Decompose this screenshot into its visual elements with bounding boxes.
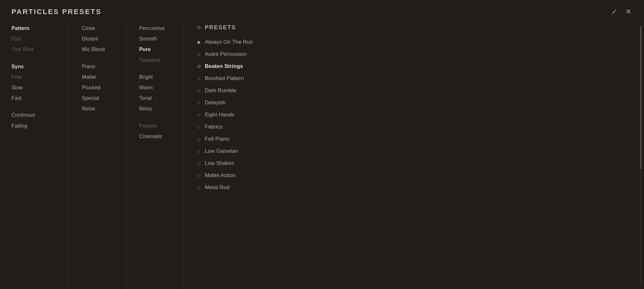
preset-mallet-action[interactable]: ☆ Mallet Action (197, 169, 644, 182)
filter-pattern[interactable]: Pattern (11, 23, 59, 33)
star-empty-icon: ☆ (197, 148, 201, 154)
filter-noise[interactable]: Noise (82, 103, 117, 114)
filter-free[interactable]: Free (11, 72, 59, 82)
presets-header: ☆ PRESETS (197, 24, 644, 31)
preset-label: Felt Piano (205, 136, 229, 142)
star-empty-icon: ☆ (197, 63, 201, 70)
preset-label: Low Gamelan (205, 148, 238, 154)
filter-plucked[interactable]: Plucked (82, 82, 117, 93)
spacer-2 (11, 103, 59, 110)
type-group-1: Pattern Pad One Shot (11, 23, 59, 55)
type-group-2: Sync Free Slow Fast (11, 61, 59, 104)
filter-mic-blend[interactable]: Mic Blend (82, 44, 117, 55)
preset-label: Delayish (205, 100, 225, 106)
preset-always-on-the-run[interactable]: ★ Always On The Run (197, 36, 644, 48)
scrollbar-track[interactable] (640, 26, 641, 286)
scrollbar-thumb[interactable] (640, 26, 641, 169)
filter-percussive[interactable]: Percussive (139, 23, 174, 33)
filter-piano[interactable]: Piano (82, 61, 117, 72)
type-group-3: Continous Fading (11, 110, 59, 131)
page-title: PARTICLES PRESETS (11, 8, 102, 16)
confirm-button[interactable]: ✓ (610, 7, 619, 17)
filter-fading[interactable]: Fading (11, 121, 59, 131)
star-empty-icon: ☆ (197, 100, 201, 106)
filter-bright[interactable]: Bright (139, 72, 174, 82)
star-empty-icon: ☆ (197, 173, 201, 179)
top-bar: PARTICLES PRESETS ✓ ✕ (0, 0, 644, 20)
preset-label: Dark Rumble (205, 87, 236, 94)
star-empty-icon: ☆ (197, 124, 201, 130)
column-character: Percussive Smooth Pure Tweaked Bright Wa… (126, 23, 183, 289)
spacer-1 (11, 55, 59, 61)
presets-star-icon: ☆ (197, 25, 202, 31)
filter-special[interactable]: Special (82, 93, 117, 103)
filter-noisy[interactable]: Noisy (139, 103, 174, 114)
filter-tweaked[interactable]: Tweaked (139, 55, 174, 65)
filter-distant[interactable]: Distant (82, 33, 117, 44)
preset-label: Always On The Run (205, 39, 253, 45)
filter-fast[interactable]: Fast (11, 93, 59, 103)
preset-low-gamelan[interactable]: ☆ Low Gamelan (197, 145, 644, 157)
filter-warm[interactable]: Warm (139, 82, 174, 93)
filter-cinematic[interactable]: Cinematic (139, 131, 174, 142)
preset-label: Avant Percussion (205, 51, 247, 57)
preset-eight-hands[interactable]: ☆ Eight Hands (197, 109, 644, 121)
preset-felt-piano[interactable]: ☆ Felt Piano (197, 133, 644, 145)
star-empty-icon: ☆ (197, 112, 201, 118)
preset-low-shakes[interactable]: ☆ Low Shakes (197, 157, 644, 169)
preset-label: Fabrics (205, 124, 223, 130)
preset-dark-rumble[interactable]: ☆ Dark Rumble (197, 85, 644, 97)
preset-label: Low Shakes (205, 160, 234, 167)
preset-label: Mallet Action (205, 172, 235, 179)
preset-label: Beaten Strings (205, 63, 243, 70)
filter-pure[interactable]: Pure (139, 44, 174, 55)
filter-slow[interactable]: Slow (11, 82, 59, 93)
column-mic: Close Distant Mic Blend Piano Mallet Plu… (69, 23, 126, 289)
filter-one-shot[interactable]: One Shot (11, 44, 59, 55)
column-type: Pattern Pad One Shot Sync Free Slow Fast… (11, 23, 69, 289)
filter-continous[interactable]: Continous (11, 110, 59, 120)
filter-sync[interactable]: Sync (11, 61, 59, 72)
presets-column: ☆ PRESETS ★ Always On The Run ☆ Avant Pe… (183, 23, 644, 289)
star-empty-icon: ☆ (197, 136, 201, 142)
filter-pad[interactable]: Pad (11, 33, 59, 44)
filter-mallet[interactable]: Mallet (82, 72, 117, 82)
preset-delayish[interactable]: ☆ Delayish (197, 97, 644, 109)
star-empty-icon: ☆ (197, 76, 201, 82)
preset-label: Metal Rod (205, 184, 229, 191)
star-empty-icon: ☆ (197, 160, 201, 167)
preset-label: Eight Hands (205, 112, 234, 118)
preset-fabrics[interactable]: ☆ Fabrics (197, 121, 644, 133)
preset-label: Brushed Pattern (205, 75, 244, 82)
spacer-5 (139, 114, 174, 121)
content-area: Pattern Pad One Shot Sync Free Slow Fast… (0, 20, 644, 289)
preset-brushed-pattern[interactable]: ☆ Brushed Pattern (197, 72, 644, 85)
filter-close[interactable]: Close (82, 23, 117, 33)
close-button[interactable]: ✕ (624, 7, 633, 17)
spacer-4 (139, 65, 174, 72)
spacer-3 (82, 55, 117, 61)
filter-tonal[interactable]: Tonal (139, 93, 174, 103)
star-empty-icon: ☆ (197, 51, 201, 57)
preset-metal-rod[interactable]: ☆ Metal Rod (197, 182, 644, 194)
top-actions: ✓ ✕ (610, 7, 633, 17)
filter-popular[interactable]: Popular (139, 121, 174, 131)
star-filled-icon: ★ (197, 39, 201, 45)
star-empty-icon: ☆ (197, 185, 201, 191)
filter-smooth[interactable]: Smooth (139, 33, 174, 44)
presets-title: PRESETS (205, 24, 236, 31)
star-empty-icon: ☆ (197, 88, 201, 94)
preset-beaten-strings[interactable]: ☆ Beaten Strings (197, 60, 644, 72)
modal-container: PARTICLES PRESETS ✓ ✕ Pattern Pad One Sh… (0, 0, 644, 289)
preset-avant-percussion[interactable]: ☆ Avant Percussion (197, 48, 644, 60)
